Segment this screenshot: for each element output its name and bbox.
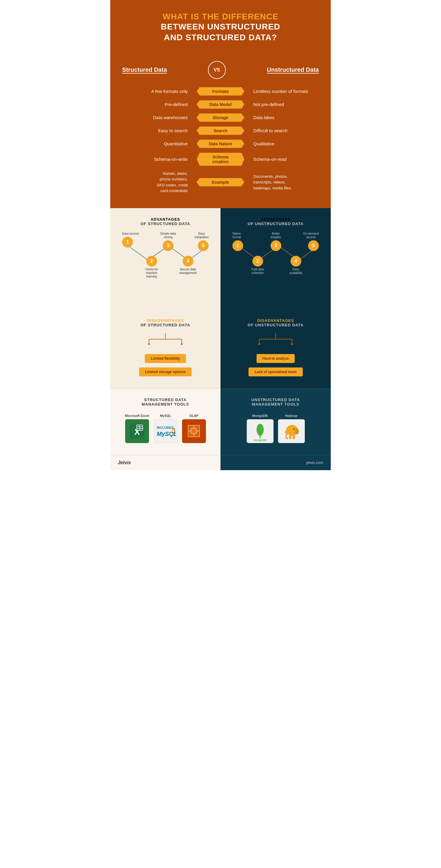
schema-badge-cell: Schema creation (197, 153, 244, 166)
dis-struct-badge-1: Limited flexibility (145, 354, 186, 363)
datamodel-left: Pre-defined (122, 102, 197, 107)
vs-section: Structured Data VS Unstructured Data A f… (110, 58, 331, 208)
adv-unstruct-label-2: Fast datacollection (252, 268, 264, 275)
formats-badge-cell: Formats (197, 87, 244, 96)
hadoop-svg (280, 421, 303, 442)
example-right: Documents, photos,transcripts, videos,he… (244, 174, 319, 191)
datanature-badge-cell: Data Nature (197, 140, 244, 148)
tree-arrows-unstructured (230, 333, 322, 345)
advantages-structured-title: ADVANTAGES OF STRUCTURED DATA (119, 217, 211, 226)
datanature-left: Quantitative (122, 141, 197, 146)
adv-struct-point-5: Easyintegration 5 (195, 232, 209, 251)
tool-mongodb-name: MongoDB (253, 414, 268, 417)
adv-struct-point-3: Simple datamining 3 (160, 232, 176, 251)
svg-rect-21 (137, 429, 140, 430)
adv-struct-point-1: Easy access 1 (122, 232, 139, 247)
adv-struct-circle-5: 5 (198, 240, 209, 251)
tool-mysql-logo: INCLUDES MySQL (154, 419, 178, 443)
adv-unstruct-point-5: On-demandaccess 5 (303, 232, 319, 251)
tool-hadoop-card: Hadoop (278, 414, 305, 443)
tool-mysql-name: MySQL (160, 414, 171, 417)
example-badge-cell: Example (197, 178, 244, 186)
datamodel-badge-cell: Data Model (197, 100, 244, 109)
disadvantages-structured-badges: Limited flexibility Limited storage opti… (119, 354, 211, 376)
footer: Jelvix jelvix.com (110, 455, 331, 470)
adv-unstruct-circle-2: 2 (253, 256, 263, 267)
zigzag-structured: Easy access 1 2 Useful formachine learni… (122, 232, 209, 285)
svg-marker-6 (180, 344, 183, 345)
comparison-row-search: Easy to search Search Difficult to searc… (110, 124, 331, 137)
adv-unstruct-circle-5: 5 (308, 240, 319, 251)
search-left: Easy to search (122, 128, 197, 133)
tool-mongodb-card: MongoDB mongoDB (247, 414, 273, 443)
tools-unstructured-grid: MongoDB mongoDB Hadoop (228, 414, 323, 443)
mysql-svg: INCLUDES MySQL (155, 423, 176, 439)
svg-rect-29 (191, 428, 196, 434)
datanature-badge: Data Nature (197, 140, 244, 148)
adv-struct-point-2: 2 Useful formachine learning (141, 256, 162, 278)
adv-unstruct-point-4: 4 Easyscalability (289, 256, 302, 275)
comparison-row-storage: Data warehouses Storage Data lakes (110, 111, 331, 124)
svg-marker-12 (258, 344, 261, 345)
header-title-white: Between Unstructuredand Structured Data? (128, 22, 313, 43)
svg-rect-18 (140, 425, 142, 426)
olap-svg (186, 423, 202, 439)
tools-structured-grid: Microsoft Excel X (118, 414, 213, 443)
datamodel-badge: Data Model (197, 100, 244, 109)
disadvantages-structured: DISADVANTAGES OF STRUCTURED DATA Limited… (110, 309, 220, 388)
comparison-row-datamodel: Pre-defined Data Model Not pre-defined (110, 98, 331, 111)
tools-structured: STRUCTURED DATAMANAGEMENT TOOLS Microsof… (110, 388, 220, 455)
formats-right: Limitless number of formats (244, 89, 319, 94)
svg-marker-13 (291, 344, 294, 345)
svg-point-38 (295, 429, 299, 434)
formats-left: A few formats only (122, 89, 197, 94)
tools-unstructured: UNSTRUCTURED DATAMANAGEMENT TOOLS MongoD… (220, 388, 331, 455)
excel-svg: X (128, 422, 146, 440)
adv-unstruct-circle-1: 1 (232, 240, 243, 251)
adv-unstruct-label-5: On-demandaccess (303, 232, 319, 239)
disadvantages-unstructured: DISADVANTAGES OF UNSTRUCTURED DATA Hard … (220, 309, 331, 388)
adv-struct-circle-2: 2 (146, 256, 157, 267)
vs-header: Structured Data VS Unstructured Data (110, 58, 331, 85)
tree-arrows-structured (119, 333, 211, 345)
svg-marker-5 (147, 344, 150, 345)
footer-website: jelvix.com (220, 455, 331, 470)
svg-rect-22 (140, 429, 142, 430)
comparison-row-formats: A few formats only Formats Limitless num… (110, 85, 331, 98)
tree-arrows-svg (139, 333, 192, 345)
adv-unstruct-point-1: Nativeformat 1 (232, 232, 243, 251)
unstructured-data-label: Unstructured Data (267, 66, 319, 73)
zigzag-unstructured: Nativeformat 1 2 Fast datacollection Bet… (232, 232, 319, 285)
tool-mysql-card: MySQL INCLUDES MySQL (154, 414, 178, 443)
schema-left: Schema-on-write (122, 157, 197, 162)
schema-right: Schema-on-read (244, 157, 319, 162)
tool-mongodb-logo: mongoDB (247, 419, 273, 443)
disadvantages-unstructured-title: DISADVANTAGES OF UNSTRUCTURED DATA (230, 318, 322, 327)
adv-struct-circle-1: 1 (122, 237, 133, 247)
adv-unstruct-circle-4: 4 (291, 256, 301, 267)
vs-circle: VS (208, 61, 226, 79)
disadvantages-unstructured-badges: Hard to analyze Lack of specialized tool… (230, 354, 322, 376)
advantages-unstructured: ADVANTAGES OF UNSTRUCTURED DATA Nativefo… (220, 208, 331, 309)
svg-text:INCLUDES: INCLUDES (157, 426, 173, 429)
tool-olap-card: OLAP (182, 414, 206, 443)
tool-excel-card: Microsoft Excel X (125, 414, 149, 443)
svg-point-36 (285, 430, 290, 434)
adv-struct-label-4: Secure datamanagement (179, 268, 196, 275)
comparison-row-schema: Schema-on-write Schema creation Schema-o… (110, 150, 331, 168)
adv-struct-label-1: Easy access (122, 232, 139, 236)
comparison-row-example: Names, dates,phone numbers,SKU codes, cr… (110, 168, 331, 196)
dis-unstruct-badge-2: Lack of specialized tools (248, 367, 302, 376)
tools-unstructured-title: UNSTRUCTURED DATAMANAGEMENT TOOLS (228, 398, 323, 406)
advantages-structured: ADVANTAGES OF STRUCTURED DATA Easy acces… (110, 208, 220, 309)
svg-rect-39 (289, 434, 291, 439)
header: What is the Difference Between Unstructu… (110, 0, 331, 58)
svg-rect-40 (293, 434, 295, 439)
search-right: Difficult to search (244, 128, 319, 133)
search-badge: Search (197, 127, 244, 135)
adv-struct-label-3: Simple datamining (160, 232, 176, 239)
tool-olap-logo (182, 419, 206, 443)
tool-hadoop-logo (278, 419, 305, 443)
structured-data-label: Structured Data (122, 66, 167, 73)
schema-badge: Schema creation (197, 153, 244, 166)
